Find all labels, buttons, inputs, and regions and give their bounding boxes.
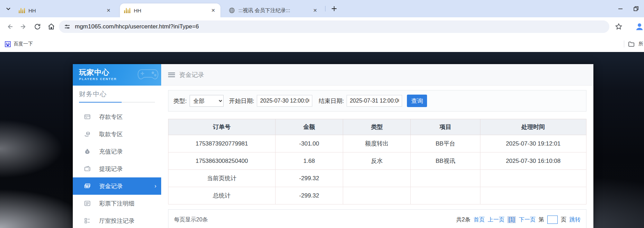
start-date-label: 开始日期: xyxy=(229,97,254,105)
sidebar-item-deposit-zone[interactable]: 存款专区 xyxy=(73,108,161,125)
home-icon[interactable] xyxy=(47,23,55,31)
browser-tab-strip: HH ✕ HH ✕ :::视讯 会员下注纪录::: ✕ xyxy=(0,0,644,17)
cell-time: 2025-07-30 16:10:08 xyxy=(480,152,586,170)
sidebar-item-label: 提现记录 xyxy=(99,165,123,173)
cell-empty xyxy=(480,187,586,204)
prev-page-link[interactable]: 上一页 xyxy=(488,216,504,223)
banknotes-icon xyxy=(84,183,91,190)
sidebar-item-label: 取款专区 xyxy=(99,130,123,138)
window-minimize-button[interactable] xyxy=(618,6,623,11)
url-text[interactable]: mgm1065.com/hhcp/usercenter.html?iniType… xyxy=(75,23,199,30)
table-header-row: 订单号 金额 类型 项目 处理时间 xyxy=(168,119,586,135)
tab-divider xyxy=(325,6,325,11)
globe-favicon-icon xyxy=(229,7,235,14)
sidebar-section: 财务中心 xyxy=(73,86,161,103)
sidebar-item-label: 厅室投注记录 xyxy=(99,217,134,225)
bookmark-star-icon[interactable] xyxy=(615,23,623,31)
gold-bars-favicon-icon xyxy=(124,8,130,13)
sidebar-item-label: 存款专区 xyxy=(99,113,123,121)
all-bookmarks-label[interactable]: 所 xyxy=(638,41,643,47)
tab-hh-1[interactable]: HH ✕ xyxy=(15,3,116,17)
table-row-total-summary: 总统计 -299.32 xyxy=(168,187,586,204)
start-date-input[interactable] xyxy=(257,95,312,107)
cell-order-no: 1753863008250400 xyxy=(168,152,276,170)
tab-video-records[interactable]: :::视讯 会员下注纪录::: ✕ xyxy=(225,3,322,17)
jump-button[interactable]: 跳转 xyxy=(569,216,581,223)
first-page-link[interactable]: 首页 xyxy=(473,216,485,223)
col-header-order-no: 订单号 xyxy=(168,119,276,135)
sidebar-item-label: 充值记录 xyxy=(99,148,123,156)
type-select[interactable]: 全部 xyxy=(190,95,224,107)
tab-title: HH xyxy=(28,8,105,14)
cell-amount: -301.00 xyxy=(275,135,343,152)
tab-search-chevron-icon[interactable] xyxy=(5,5,12,12)
bookmark-label: 百度一下 xyxy=(14,41,33,47)
profile-avatar-icon[interactable] xyxy=(635,22,644,32)
cell-order-no: 1753873920779981 xyxy=(168,135,276,152)
current-page-badge: [1] xyxy=(507,216,516,223)
sidebar-item-room-bet-record[interactable]: 厅室投注记录 xyxy=(73,212,161,228)
jump-prefix-label: 第 xyxy=(539,216,544,223)
sidebar-item-label: 资金记录 xyxy=(99,182,123,190)
next-page-link[interactable]: 下一页 xyxy=(519,216,536,223)
col-header-amount: 金额 xyxy=(275,119,343,135)
pagination-bar: 每页显示20条 共2条 首页 上一页 [1] 下一页 第 页 跳转 xyxy=(168,209,586,228)
cell-amount: -299.32 xyxy=(275,187,343,204)
sidebar-item-withdrawal-record[interactable]: 提现记录 xyxy=(73,160,161,177)
sidebar-item-funds-record[interactable]: 资金记录 › xyxy=(73,177,161,195)
sidebar-item-recharge-record[interactable]: ¥ 充值记录 xyxy=(73,143,161,160)
filter-bar: 类型: 全部 开始日期: 结束日期: 查询 xyxy=(168,90,586,112)
wallet-icon xyxy=(84,165,91,172)
gamepad-icon xyxy=(137,66,159,81)
query-button[interactable]: 查询 xyxy=(407,95,427,107)
grid-list-icon xyxy=(84,217,91,224)
cell-project: BB视讯 xyxy=(411,152,480,170)
chevron-right-icon: › xyxy=(155,183,156,189)
table-row: 1753873920779981 -301.00 额度转出 BB平台 2025-… xyxy=(168,135,586,152)
bookmark-baidu[interactable]: 百度一下 xyxy=(5,41,33,47)
address-bar[interactable]: mgm1065.com/hhcp/usercenter.html?iniType… xyxy=(59,20,609,33)
col-header-type: 类型 xyxy=(343,119,411,135)
deposit-card-icon xyxy=(84,113,91,120)
all-bookmarks-folder-icon[interactable] xyxy=(628,41,635,48)
cell-empty xyxy=(343,187,411,204)
tab-hh-2-active[interactable]: HH ✕ xyxy=(120,3,220,17)
cell-project: BB平台 xyxy=(411,135,480,152)
table-row: 1753863008250400 1.68 反水 BB视讯 2025-07-30… xyxy=(168,152,586,170)
money-bag-icon: ¥ xyxy=(84,148,91,155)
end-date-input[interactable] xyxy=(347,95,402,107)
col-header-project: 项目 xyxy=(411,119,480,135)
gold-bars-favicon-icon xyxy=(19,8,25,13)
forward-icon[interactable] xyxy=(19,23,28,31)
tab-close-icon[interactable]: ✕ xyxy=(105,7,112,14)
cell-amount: -299.32 xyxy=(275,170,343,187)
site-settings-icon[interactable] xyxy=(64,23,71,30)
hamburger-icon xyxy=(168,72,175,77)
end-date-label: 结束日期: xyxy=(319,97,344,105)
sidebar: 玩家中心 PLAYERS CENTER 财务中心 存款专区 取款专区 xyxy=(73,64,161,228)
tab-close-icon[interactable]: ✕ xyxy=(311,7,319,14)
cell-time: 2025-07-30 19:12:01 xyxy=(480,135,586,152)
new-tab-button[interactable] xyxy=(330,5,338,13)
cell-empty xyxy=(411,187,480,204)
main-panel: 资金记录 类型: 全部 开始日期: 结束日期: 查询 xyxy=(161,64,593,228)
page-jump-input[interactable] xyxy=(547,216,558,224)
col-header-process-time: 处理时间 xyxy=(480,119,586,135)
tab-close-icon[interactable]: ✕ xyxy=(209,7,217,14)
browser-toolbar: mgm1065.com/hhcp/usercenter.html?iniType… xyxy=(0,17,644,36)
reload-icon[interactable] xyxy=(33,23,42,31)
cell-amount: 1.68 xyxy=(275,152,343,170)
jump-suffix-label: 页 xyxy=(561,216,566,223)
cell-type: 额度转出 xyxy=(343,135,411,152)
sidebar-item-label: 彩票下注明细 xyxy=(99,200,134,208)
sidebar-item-withdraw-zone[interactable]: 取款专区 xyxy=(73,125,161,143)
sidebar-item-lottery-bet-detail[interactable]: 彩票下注明细 xyxy=(73,195,161,212)
section-underline xyxy=(79,102,155,103)
cell-type: 反水 xyxy=(343,152,411,170)
list-document-icon xyxy=(84,200,91,207)
back-icon[interactable] xyxy=(6,23,14,31)
cell-empty xyxy=(480,170,586,187)
window-restore-button[interactable] xyxy=(633,6,639,12)
bookmarks-bar: 百度一下 所 xyxy=(0,36,644,52)
type-label: 类型: xyxy=(173,97,187,105)
